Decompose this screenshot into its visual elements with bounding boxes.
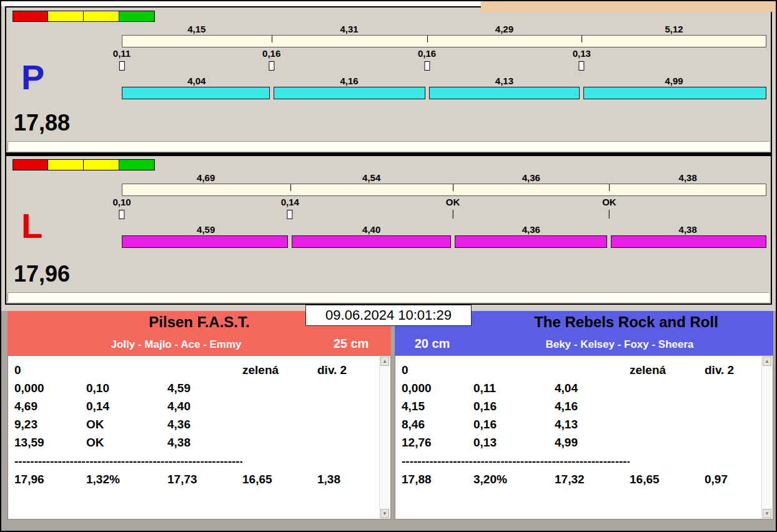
table-cell: ----------------------------------------… [14, 453, 242, 470]
dog-time-bar [583, 87, 766, 99]
table-cell: 0,14 [86, 397, 167, 415]
table-cell: 4,13 [555, 415, 630, 433]
table-cell [167, 361, 242, 379]
team-dogs: Beky - Kelsey - Foxy - Sheera [470, 338, 770, 351]
table-cell [317, 415, 372, 433]
start-lights-indicator [12, 11, 155, 22]
crossing-time-label: 0,10 [112, 197, 131, 207]
dog-time-label: 4,59 [122, 224, 290, 235]
scroll-down-icon[interactable]: ▼ [380, 509, 389, 518]
table-cell [242, 415, 317, 433]
split-bar-segment [272, 36, 427, 47]
table-cell: 4,04 [555, 379, 630, 397]
split-bar-segment [453, 184, 609, 195]
table-cell: 1,38 [317, 470, 372, 488]
table-cell: 4,16 [555, 397, 630, 415]
split-time-label: 4,29 [427, 23, 582, 35]
lane-status-bar [7, 292, 770, 302]
dog-time-bar [122, 87, 270, 99]
table-cell: 17,88 [402, 470, 473, 488]
start-light-yellow2-icon [84, 159, 119, 170]
crossing-marker-icon [424, 61, 430, 71]
table-cell [705, 397, 754, 415]
table-scrollbar[interactable]: ▲ ▼ [379, 357, 390, 518]
table-cell: div. 2 [705, 361, 754, 379]
lane-total-time: 17,88 [14, 110, 70, 136]
table-cell: 0,16 [473, 415, 555, 433]
dog-time-label: 4,36 [453, 224, 609, 235]
dog-time-bar [429, 87, 580, 99]
table-cell: 3,20% [473, 470, 555, 488]
start-light-yellow1-icon [48, 11, 84, 22]
split-time-label: 5,12 [582, 23, 766, 35]
table-cell: 0,11 [473, 379, 555, 397]
split-time-label: 4,54 [290, 172, 453, 184]
table-row: 4,150,164,16 [402, 397, 754, 415]
lane-letter: L [21, 209, 42, 244]
dog-time-bar [455, 235, 607, 248]
lane-status-bar [7, 141, 770, 151]
lane-chart: 4,69 4,54 4,36 4,38 0,10 [122, 172, 766, 248]
crossing-time-label: OK [446, 197, 460, 207]
lanes-container: P 4,15 4,31 4,29 5,12 0,11 [5, 6, 772, 305]
dog-time-label: 4,40 [290, 224, 453, 235]
table-cell: div. 2 [317, 361, 372, 379]
table-row: 0zelenádiv. 2 [14, 361, 372, 379]
results-rows: 0zelenádiv. 20,0000,114,044,150,164,168,… [395, 356, 773, 488]
table-cell: 0 [402, 361, 473, 379]
table-cell [473, 361, 555, 379]
crossing-time-label: 0,14 [281, 197, 299, 207]
table-cell: 17,96 [14, 470, 86, 488]
crossing-time: OK [602, 197, 616, 219]
table-cell [555, 361, 630, 379]
lane-chart: 4,15 4,31 4,29 5,12 0,11 [122, 23, 766, 99]
split-bar-segment [122, 36, 272, 47]
split-bar-segment [582, 36, 766, 47]
table-scrollbar[interactable]: ▲ ▼ [761, 357, 772, 518]
table-cell: 17,32 [555, 470, 630, 488]
team-panel-left: Pilsen F.A.S.T. Jolly - Majlo - Ace - Em… [7, 311, 391, 520]
dog-time-bar [274, 87, 425, 99]
table-cell: 16,65 [630, 470, 705, 488]
table-row: 17,961,32%17,7316,651,38 [14, 470, 372, 488]
scroll-up-icon[interactable]: ▲ [380, 357, 389, 366]
scroll-down-icon[interactable]: ▼ [763, 509, 771, 518]
table-cell: 13,59 [14, 433, 86, 451]
split-bar-segment [122, 184, 290, 195]
table-cell: 9,23 [14, 415, 86, 433]
results-area: Pilsen F.A.S.T. Jolly - Majlo - Ace - Em… [1, 305, 776, 531]
crossing-marker-icon [269, 61, 274, 71]
table-cell: 17,73 [167, 470, 242, 488]
table-cell: 4,59 [167, 379, 242, 397]
table-cell [630, 397, 705, 415]
table-row: 17,883,20%17,3216,650,97 [402, 470, 754, 488]
crossing-time-label: OK [602, 197, 616, 207]
results-table: 0zelenádiv. 20,0000,114,044,150,164,168,… [395, 355, 773, 520]
table-cell: OK [86, 433, 167, 451]
table-cell [317, 397, 372, 415]
split-bar [122, 184, 766, 196]
crossing-time: OK [446, 197, 460, 219]
start-light-red-icon [12, 11, 48, 22]
table-row: 8,460,164,13 [402, 415, 754, 433]
crossing-row: 0,11 0,16 0,16 0,13 [122, 47, 766, 75]
table-cell [242, 433, 317, 451]
crossing-row: 0,10 0,14 OK OK [122, 196, 766, 224]
table-cell: 4,40 [167, 397, 242, 415]
dog-time-label: 4,04 [122, 75, 272, 87]
table-cell [705, 433, 754, 451]
table-row: 0,0000,114,04 [402, 379, 754, 397]
results-rows: 0zelenádiv. 20,0000,104,594,690,144,409,… [8, 356, 390, 488]
crossing-marker-icon [609, 210, 610, 219]
split-time-label: 4,31 [272, 23, 427, 35]
scroll-up-icon[interactable]: ▲ [763, 357, 771, 366]
table-cell [317, 433, 372, 451]
table-cell: 0,97 [705, 470, 754, 488]
lane-letter: P [21, 60, 44, 95]
split-bar-segment [427, 36, 582, 47]
dog-time-bars [122, 87, 766, 99]
start-light-yellow2-icon [84, 11, 119, 22]
table-cell: 1,32% [86, 470, 167, 488]
crossing-time: 0,11 [113, 48, 131, 71]
crossing-time: 0,16 [262, 48, 280, 71]
